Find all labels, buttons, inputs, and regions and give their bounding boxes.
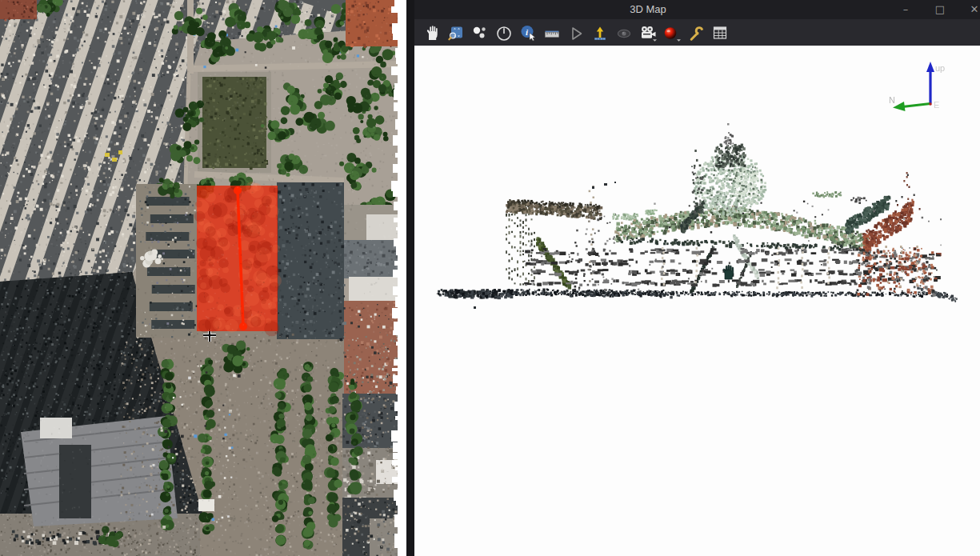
camera-views-button[interactable] (638, 22, 658, 43)
point-cloud (414, 46, 980, 556)
up-arrow-icon (591, 24, 609, 42)
measure-button[interactable] (542, 22, 562, 43)
ruler-icon (543, 24, 561, 42)
eye-icon (615, 24, 633, 42)
axis-origin-dot (929, 102, 932, 106)
aerial-map-panel[interactable] (0, 0, 398, 556)
identify-button[interactable]: i (518, 22, 538, 43)
screen: 3D Map – □ ✕ (0, 0, 980, 556)
close-button[interactable]: ✕ (967, 0, 980, 19)
axis-up-label: up (935, 63, 945, 73)
play-button[interactable] (566, 22, 586, 43)
titlebar[interactable]: 3D Map – □ ✕ (414, 0, 980, 19)
settings-button[interactable] (686, 22, 706, 43)
attribute-table-button[interactable] (710, 22, 730, 43)
minimize-button[interactable]: – (898, 0, 913, 19)
pan-hand-icon (423, 24, 441, 42)
dropdown-caret-icon (653, 39, 657, 42)
zoom-selection-icon (447, 24, 465, 42)
point-size-button[interactable] (470, 22, 490, 43)
visibility-button[interactable] (614, 22, 634, 43)
hand-cursor-icon (719, 262, 737, 282)
axis-gizmo: up N E (882, 57, 956, 119)
aerial-orthophoto (0, 0, 398, 556)
viewport-3d[interactable]: up N E (414, 46, 980, 556)
orbit-button[interactable] (494, 22, 514, 43)
panel-gap (398, 0, 406, 556)
zoom-to-selection-button[interactable] (446, 22, 466, 43)
axis-east-label: E (934, 100, 939, 110)
video-camera-icon (638, 24, 658, 42)
axis-up-arrowhead (926, 62, 934, 72)
raise-elevation-button[interactable] (590, 22, 610, 43)
play-icon (567, 24, 585, 42)
toolbar: i (414, 19, 980, 46)
identify-info-icon: i (519, 24, 537, 42)
table-icon (711, 24, 729, 42)
maximize-button[interactable]: □ (933, 0, 947, 19)
wrench-icon (687, 24, 705, 42)
dropdown-caret-icon (677, 39, 681, 42)
window-controls: – □ ✕ (898, 0, 980, 19)
map-3d-window: 3D Map – □ ✕ (406, 0, 980, 556)
axis-north-label: N (889, 95, 895, 105)
points-icon (471, 24, 489, 42)
render-sphere-button[interactable] (662, 22, 682, 43)
pan-tool-button[interactable] (422, 22, 442, 43)
orbit-dial-icon (495, 24, 513, 42)
window-title: 3D Map (630, 3, 666, 15)
red-sphere-icon (662, 24, 682, 42)
